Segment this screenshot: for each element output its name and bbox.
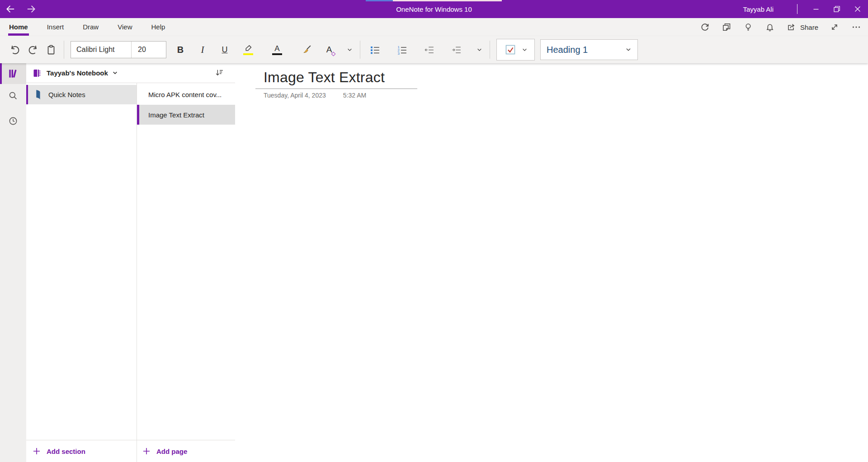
chevron-down-icon[interactable] — [112, 70, 118, 76]
app-window: OneNote for Windows 10 Tayyab Ali — [0, 0, 868, 462]
section-item-quick-notes[interactable]: Quick Notes — [26, 85, 137, 104]
font-size-input[interactable]: 20 — [131, 42, 166, 58]
highlighter-icon — [243, 45, 254, 52]
ribbon-divider — [490, 41, 490, 59]
redo-icon — [27, 44, 39, 56]
page-date-row: Tuesday, April 4, 2023 5:32 AM — [264, 92, 868, 99]
sticky-notes-button[interactable] — [721, 22, 732, 33]
tab-view[interactable]: View — [118, 18, 132, 36]
restore-button[interactable] — [826, 0, 847, 18]
highlight-color-bar — [243, 53, 253, 55]
font-name-input[interactable]: Calibri Light — [71, 42, 131, 58]
outdent-icon — [424, 44, 435, 56]
font-group: Calibri Light 20 — [71, 41, 166, 58]
notebook-title[interactable]: Tayyab's Notebook — [47, 69, 108, 77]
undo-button[interactable] — [6, 41, 24, 59]
minimize-button[interactable] — [806, 0, 826, 18]
back-button[interactable] — [0, 0, 21, 18]
close-icon — [853, 5, 862, 14]
page-item-image-text-extract[interactable]: Image Text Extract — [137, 105, 235, 125]
bold-button[interactable]: B — [171, 41, 189, 59]
share-icon — [786, 22, 796, 32]
page-item-micro-apk[interactable]: Micro APK content cov... — [137, 85, 235, 104]
section-list: Quick Notes — [26, 83, 137, 440]
search-icon — [8, 90, 19, 101]
sort-icon — [214, 67, 225, 79]
more-options-button[interactable] — [851, 22, 862, 33]
chevron-down-icon[interactable] — [522, 47, 528, 53]
account-name[interactable]: Tayyab Ali — [743, 5, 774, 13]
forward-button[interactable] — [21, 0, 42, 18]
font-color-button[interactable]: A — [268, 41, 286, 59]
screen-edge-strip-blue — [366, 0, 393, 1]
section-icon — [33, 89, 43, 101]
resize-diagonal-icon — [830, 22, 840, 32]
add-page-label: Add page — [156, 448, 187, 455]
clear-formatting-diamond — [331, 52, 336, 56]
chevron-down-icon — [347, 47, 353, 53]
recent-notes-button[interactable] — [0, 110, 26, 132]
add-section-button[interactable]: Add section — [26, 440, 137, 462]
sync-button[interactable] — [699, 22, 710, 33]
plus-icon — [33, 447, 41, 455]
clear-formatting-button[interactable]: A — [320, 41, 338, 59]
library-icon — [7, 68, 19, 79]
undo-icon — [9, 44, 21, 56]
page-title: Micro APK content cov... — [148, 91, 222, 98]
sort-pages-button[interactable] — [214, 67, 225, 79]
notebook-icon — [32, 68, 42, 78]
page-title-field[interactable]: Image Text Extract — [264, 69, 868, 86]
tab-draw[interactable]: Draw — [83, 18, 99, 36]
ribbon-toolbar: Calibri Light 20 B I U A — [0, 36, 868, 63]
sticky-notes-icon — [722, 22, 731, 32]
numbered-list-button[interactable]: 123 — [393, 41, 411, 59]
ribbon-tabs: Home Insert Draw View Help — [0, 18, 184, 36]
todo-checkbox-icon — [504, 43, 517, 56]
highlight-button[interactable] — [239, 41, 257, 59]
add-page-button[interactable]: Add page — [137, 440, 235, 462]
close-button[interactable] — [847, 0, 868, 18]
outdent-button[interactable] — [420, 41, 438, 59]
bulleted-list-button[interactable] — [366, 41, 384, 59]
ribbon-divider — [360, 41, 360, 59]
italic-icon: I — [201, 44, 204, 56]
clipboard-icon — [45, 44, 57, 56]
underline-icon: U — [222, 45, 228, 55]
redo-button[interactable] — [24, 41, 42, 59]
pages-pane: Micro APK content cov... Image Text Extr… — [137, 83, 235, 462]
app-title: OneNote for Windows 10 — [0, 5, 868, 13]
panes-body: Quick Notes Add section Micro APK c — [26, 83, 235, 462]
bell-icon — [765, 22, 775, 32]
add-section-label: Add section — [47, 448, 85, 455]
fullscreen-button[interactable] — [829, 22, 840, 33]
clock-icon — [8, 116, 19, 126]
page-title: Image Text Extract — [148, 111, 204, 119]
search-button[interactable] — [0, 85, 26, 107]
share-button[interactable]: Share — [786, 22, 818, 32]
indent-button[interactable] — [447, 41, 465, 59]
tab-help[interactable]: Help — [151, 18, 165, 36]
share-label: Share — [800, 23, 818, 31]
paste-button[interactable] — [42, 41, 60, 59]
tab-insert[interactable]: Insert — [47, 18, 64, 36]
page-date: Tuesday, April 4, 2023 — [264, 92, 326, 99]
notifications-button[interactable] — [764, 22, 775, 33]
page-editor[interactable]: Image Text Extract Tuesday, April 4, 202… — [235, 63, 868, 462]
titlebar-divider — [797, 4, 797, 14]
paragraph-more-button[interactable] — [472, 41, 486, 59]
tab-home[interactable]: Home — [9, 18, 28, 36]
menu-bar: Home Insert Draw View Help — [0, 18, 868, 36]
format-painter-button[interactable] — [297, 41, 316, 59]
paragraph-style-dropdown[interactable]: Heading 1 — [540, 39, 638, 60]
italic-button[interactable]: I — [193, 41, 212, 59]
ideas-button[interactable] — [743, 22, 754, 33]
underline-button[interactable]: U — [216, 41, 234, 59]
section-label: Quick Notes — [48, 91, 85, 98]
clear-formatting-icon: A — [326, 45, 332, 54]
sync-icon — [700, 22, 710, 32]
page-list: Micro APK content cov... Image Text Extr… — [137, 83, 235, 440]
show-navigation-button[interactable] — [0, 63, 26, 84]
font-more-button[interactable] — [343, 41, 356, 59]
todo-tag-button[interactable] — [496, 39, 535, 61]
font-color-bar — [272, 53, 282, 55]
